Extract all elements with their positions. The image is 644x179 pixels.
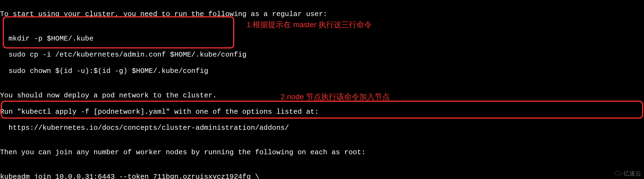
watermark-text: 亿速云 xyxy=(623,170,641,177)
watermark: 亿速云 xyxy=(614,170,641,177)
output-line: sudo chown $(id -u):$(id -g) $HOME/.kube… xyxy=(0,67,451,75)
terminal-output: To start using your cluster, you need to… xyxy=(0,2,451,179)
annotation-2: 2.node 节点执行该命令加入节点 xyxy=(281,92,390,101)
output-line: Then you can join any number of worker n… xyxy=(0,149,451,157)
output-line: https://kubernetes.io/docs/concepts/clus… xyxy=(0,124,451,132)
output-line: mkdir -p $HOME/.kube xyxy=(0,35,451,43)
output-line: kubeadm join 10.0.0.31:6443 --token 711b… xyxy=(0,173,451,179)
cloud-icon xyxy=(614,171,622,176)
output-line: Run "kubectl apply -f [podnetwork].yaml"… xyxy=(0,108,451,116)
output-line: To start using your cluster, you need to… xyxy=(0,10,451,18)
annotation-1: 1.根据提示在 master 执行这三行命令 xyxy=(247,20,372,29)
output-line: sudo cp -i /etc/kubernetes/admin.conf $H… xyxy=(0,51,451,59)
